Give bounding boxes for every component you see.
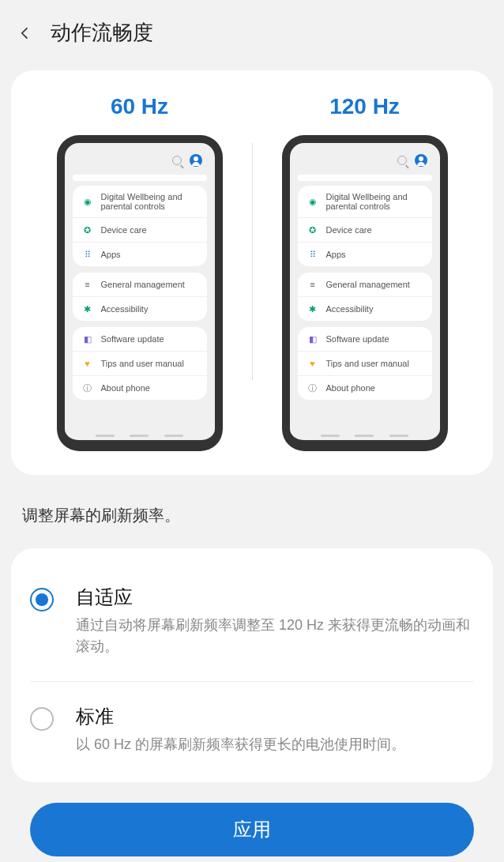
- hz-label-60: 60 Hz: [27, 94, 252, 119]
- description-text: 调整屏幕的刷新频率。: [0, 483, 504, 540]
- item-label: General management: [326, 280, 410, 289]
- nav-bar: [290, 435, 440, 437]
- tips-icon: ♥: [82, 358, 93, 369]
- item-label: Device care: [326, 225, 372, 235]
- device-care-icon: ✪: [307, 224, 318, 235]
- wellbeing-icon: ◉: [82, 196, 93, 207]
- item-label: Digital Wellbeing and parental controls: [326, 192, 423, 211]
- apply-button[interactable]: 应用: [30, 803, 474, 856]
- item-label: General management: [101, 280, 185, 289]
- item-label: Apps: [101, 250, 121, 259]
- item-label: Device care: [101, 225, 147, 235]
- item-label: About phone: [101, 383, 150, 393]
- option-title: 自适应: [76, 585, 474, 610]
- hz-label-120: 120 Hz: [252, 94, 477, 119]
- apps-icon: ⠿: [307, 249, 318, 260]
- refresh-rate-preview: 60 Hz 120 Hz ◉Digital Wellbeing and pare…: [11, 70, 493, 475]
- item-label: Tips and user manual: [326, 359, 409, 368]
- tips-icon: ♥: [307, 358, 318, 369]
- divider: [252, 143, 253, 380]
- general-icon: ≡: [82, 279, 93, 290]
- option-desc: 以 60 Hz 的屏幕刷新频率获得更长的电池使用时间。: [76, 734, 474, 755]
- option-title: 标准: [76, 704, 474, 729]
- accessibility-icon: ✱: [82, 303, 93, 314]
- update-icon: ◧: [82, 333, 93, 344]
- option-desc: 通过自动将屏幕刷新频率调整至 120 Hz 来获得更流畅的动画和滚动。: [76, 615, 474, 657]
- item-label: Software update: [326, 334, 389, 344]
- update-icon: ◧: [307, 333, 318, 344]
- avatar-icon: [190, 154, 202, 167]
- device-care-icon: ✪: [82, 224, 93, 235]
- radio-adaptive[interactable]: [30, 588, 54, 612]
- page-title: 动作流畅度: [51, 19, 153, 47]
- nav-bar: [65, 435, 215, 437]
- avatar-icon: [415, 154, 427, 167]
- general-icon: ≡: [307, 279, 318, 290]
- search-icon: [397, 156, 407, 165]
- item-label: Digital Wellbeing and parental controls: [101, 192, 197, 211]
- option-standard[interactable]: 标准 以 60 Hz 的屏幕刷新频率获得更长的电池使用时间。: [30, 681, 474, 774]
- item-label: Apps: [326, 250, 346, 259]
- search-icon: [172, 156, 182, 165]
- header: 动作流畅度: [0, 0, 504, 62]
- apps-icon: ⠿: [82, 249, 93, 260]
- about-icon: ⓘ: [82, 382, 93, 393]
- item-label: Tips and user manual: [101, 359, 184, 368]
- item-label: Accessibility: [326, 304, 374, 314]
- back-icon[interactable]: [16, 24, 35, 43]
- wellbeing-icon: ◉: [307, 196, 318, 207]
- options-card: 自适应 通过自动将屏幕刷新频率调整至 120 Hz 来获得更流畅的动画和滚动。 …: [11, 548, 493, 782]
- item-label: About phone: [326, 383, 375, 393]
- option-adaptive[interactable]: 自适应 通过自动将屏幕刷新频率调整至 120 Hz 来获得更流畅的动画和滚动。: [30, 572, 474, 676]
- about-icon: ⓘ: [307, 382, 318, 393]
- radio-standard[interactable]: [30, 707, 54, 731]
- item-label: Software update: [101, 334, 164, 344]
- preview-phone-60hz: ◉Digital Wellbeing and parental controls…: [57, 135, 223, 451]
- item-label: Accessibility: [101, 304, 149, 314]
- preview-phone-120hz: ◉Digital Wellbeing and parental controls…: [282, 135, 448, 451]
- accessibility-icon: ✱: [307, 303, 318, 314]
